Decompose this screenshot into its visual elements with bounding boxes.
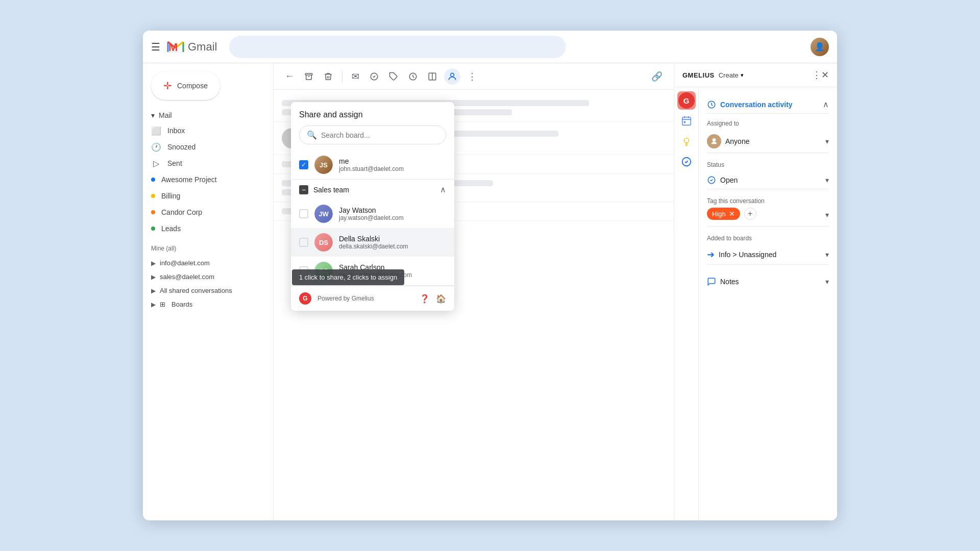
gmelius-footer-logo: G bbox=[299, 292, 311, 305]
boards-value-text: Info > Unassigned bbox=[719, 251, 776, 259]
task-button[interactable] bbox=[366, 69, 382, 84]
gmelius-body: G bbox=[674, 87, 837, 520]
sidebar-item-sent[interactable]: ▷ Sent bbox=[143, 155, 265, 171]
share-assign-button[interactable] bbox=[444, 68, 460, 85]
sidebar-item-awesome-project[interactable]: Awesome Project bbox=[143, 171, 265, 188]
boards-field-label: Added to boards bbox=[707, 235, 829, 242]
search-input[interactable] bbox=[229, 36, 566, 58]
user-email-me: john.stuart@daelet.com bbox=[339, 165, 446, 172]
svg-point-17 bbox=[713, 138, 716, 142]
boards-field: Added to boards ➜ Info > Unassigned ▾ bbox=[707, 235, 829, 265]
user-email-della: della.skalski@daelet.com bbox=[339, 243, 446, 250]
status-select[interactable]: Open ▾ bbox=[707, 171, 829, 189]
popup-user-me[interactable]: ✓ JS me john.stuart@daelet.com bbox=[291, 151, 454, 179]
boards-chevron-icon: ▾ bbox=[825, 251, 829, 259]
mail-label: Mail bbox=[159, 111, 172, 119]
boards-select[interactable]: ➜ Info > Unassigned ▾ bbox=[707, 245, 829, 265]
checkbox-me[interactable]: ✓ bbox=[299, 160, 308, 169]
sidebar-item-inbox[interactable]: ⬜ Inbox bbox=[143, 122, 265, 139]
awesome-project-dot bbox=[151, 178, 155, 182]
sales-daelet-label: sales@daelet.com bbox=[160, 273, 214, 281]
compose-button[interactable]: ✛ Compose bbox=[151, 71, 220, 100]
leads-label: Leads bbox=[161, 224, 181, 233]
sidebar-item-sales-daelet[interactable]: ▶ sales@daelet.com bbox=[143, 270, 273, 284]
archive-button[interactable] bbox=[301, 69, 316, 84]
expand-icon: ▶ bbox=[151, 260, 156, 267]
notes-label: Notes bbox=[720, 278, 739, 286]
popup-footer: G Powered by Gmelius ❓ 🏠 bbox=[291, 286, 454, 311]
gmelius-icon-crm[interactable]: G bbox=[677, 91, 696, 110]
tag-close-icon[interactable]: ✕ bbox=[729, 210, 735, 218]
svg-rect-2 bbox=[305, 73, 312, 75]
search-icon: 🔍 bbox=[307, 130, 317, 140]
sidebar-item-billing[interactable]: Billing bbox=[143, 188, 265, 204]
split-button[interactable] bbox=[425, 69, 440, 84]
checkbox-jay[interactable] bbox=[299, 209, 308, 218]
gmelius-more-button[interactable]: ⋮ bbox=[812, 69, 821, 81]
label-button[interactable] bbox=[386, 69, 401, 84]
chevron-down-icon: ▾ bbox=[151, 111, 155, 119]
gmelius-icon-calendar[interactable] bbox=[677, 112, 696, 130]
sidebar-item-all-shared[interactable]: ▶ All shared conversations bbox=[143, 284, 273, 297]
expand-icon-2: ▶ bbox=[151, 273, 156, 281]
conversation-activity-header[interactable]: Conversation activity ∧ bbox=[707, 95, 829, 114]
gmelius-close-button[interactable]: ✕ bbox=[821, 69, 829, 81]
sidebar-item-leads[interactable]: Leads bbox=[143, 220, 265, 237]
gmail-logo: M Gmail bbox=[166, 38, 217, 56]
inbox-icon: ⬜ bbox=[151, 126, 161, 136]
delete-button[interactable] bbox=[321, 69, 336, 84]
app-header: ☰ M Gmail 👤 bbox=[143, 31, 837, 63]
candor-corp-label: Candor Corp bbox=[161, 208, 202, 216]
boards-value: ➜ Info > Unassigned bbox=[707, 249, 776, 260]
checkbox-della[interactable] bbox=[299, 238, 308, 247]
header-actions: 👤 bbox=[811, 38, 829, 56]
popup-user-della[interactable]: DS Della Skalski della.skalski@daelet.co… bbox=[291, 228, 454, 257]
gmail-m-icon: M bbox=[166, 38, 185, 56]
boards-label: Boards bbox=[172, 300, 192, 308]
assigned-chevron-icon: ▾ bbox=[825, 137, 829, 145]
popup-sales-team-header[interactable]: − Sales team ∧ bbox=[291, 180, 454, 199]
notes-section[interactable]: Notes ▾ bbox=[707, 273, 829, 290]
sales-team-label: Sales team bbox=[313, 186, 349, 194]
sidebar-item-candor-corp[interactable]: Candor Corp bbox=[143, 204, 265, 220]
sidebar: ✛ Compose ▾ Mail ⬜ Inbox 🕐 Snoozed ▷ Sen… bbox=[143, 63, 274, 520]
sidebar-item-info-daelet[interactable]: ▶ info@daelet.com bbox=[143, 256, 273, 270]
menu-icon[interactable]: ☰ bbox=[151, 41, 160, 53]
gmelius-icon-ideas[interactable] bbox=[677, 132, 696, 151]
sidebar-item-boards[interactable]: ▶ ⊞ Boards bbox=[143, 297, 273, 311]
gmelius-icon-check[interactable] bbox=[677, 153, 696, 171]
create-label: Create bbox=[719, 71, 739, 79]
sidebar-item-snoozed[interactable]: 🕐 Snoozed bbox=[143, 139, 265, 155]
help-button[interactable]: ❓ bbox=[420, 294, 430, 304]
email-toolbar: ← ✉ bbox=[274, 63, 674, 90]
gmelius-side-icons: G bbox=[674, 87, 699, 520]
home-button[interactable]: 🏠 bbox=[436, 294, 446, 304]
assigned-to-select[interactable]: Anyone ▾ bbox=[707, 130, 829, 153]
user-email-jay: jay.watson@daelet.com bbox=[339, 214, 446, 221]
snooze-button[interactable] bbox=[405, 69, 421, 84]
billing-dot bbox=[151, 194, 155, 198]
sidebar-item-mail[interactable]: ▾ Mail bbox=[143, 108, 265, 122]
user-info-della: Della Skalski della.skalski@daelet.com bbox=[339, 235, 446, 250]
mark-button[interactable]: ✉ bbox=[349, 68, 362, 85]
more-options-button[interactable]: ⋮ bbox=[464, 68, 480, 85]
back-button[interactable]: ← bbox=[282, 68, 297, 85]
leads-dot bbox=[151, 227, 155, 231]
all-shared-label: All shared conversations bbox=[160, 287, 232, 294]
link-icon-button[interactable]: 🔗 bbox=[648, 68, 666, 85]
checkbox-sarah[interactable] bbox=[299, 266, 308, 276]
team-chevron-icon: ∧ bbox=[440, 185, 446, 194]
user-avatar-header[interactable]: 👤 bbox=[811, 38, 829, 56]
popup-search-input[interactable] bbox=[321, 131, 438, 139]
add-tag-button[interactable]: + bbox=[744, 208, 756, 220]
snoozed-icon: 🕐 bbox=[151, 142, 161, 152]
boards-arrow-icon: ➜ bbox=[707, 249, 715, 260]
popup-user-sarah[interactable]: SC Sarah Carlson sarah.carlson@daelet.co… bbox=[291, 257, 454, 285]
status-label: Status bbox=[707, 161, 829, 168]
assigned-to-field: Assigned to Anyone ▾ bbox=[707, 120, 829, 153]
assigned-to-label: Assigned to bbox=[707, 120, 829, 127]
gmelius-red-icon: G bbox=[678, 92, 695, 109]
svg-text:M: M bbox=[168, 41, 178, 54]
popup-search-bar[interactable]: 🔍 bbox=[299, 126, 446, 144]
popup-user-jay[interactable]: JW Jay Watson jay.watson@daelet.com bbox=[291, 199, 454, 228]
